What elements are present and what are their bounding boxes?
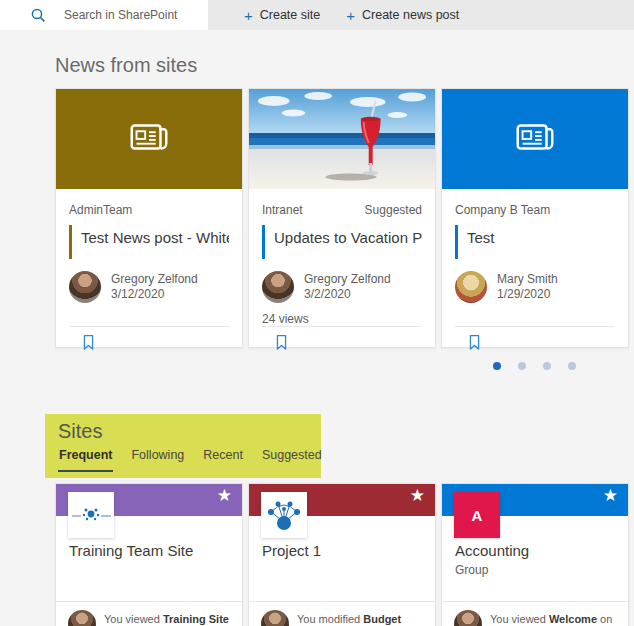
site-subtitle [262,563,422,577]
site-activity: You modified Budget 20161109 yesterday [249,601,435,626]
activity-item: Training Site [163,613,229,625]
site-logo [261,492,307,538]
news-carousel-pagination [493,362,576,370]
avatar [261,610,289,626]
site-card[interactable]: ★ A Accounting Group You viewed Welcome … [441,483,629,626]
post-date: 1/29/2020 [497,287,550,301]
bookmark-icon [468,334,481,354]
plus-icon: + [244,8,253,23]
site-card[interactable]: ★ Training Team Site You vie [55,483,243,626]
news-card[interactable]: Company B Team Test Mary Smith 1/29/2020 [441,88,629,348]
pagination-dot[interactable] [518,362,526,370]
avatar [455,271,487,303]
news-site-name[interactable]: Intranet [262,203,303,217]
save-for-later-button[interactable] [468,334,481,354]
newspaper-icon [126,114,172,164]
topbar-actions: + Create site + Create news post [208,0,634,30]
news-card[interactable]: Intranet Suggested Updates to Vacation P… [248,88,436,348]
post-date: 3/12/2020 [111,287,164,301]
author-name: Gregory Zelfond [111,272,198,286]
tab-suggested[interactable]: Suggested [261,448,323,470]
pagination-dot[interactable] [543,362,551,370]
news-card-thumbnail [249,89,435,189]
create-news-post-button[interactable]: + Create news post [346,8,459,23]
site-title-link[interactable]: Accounting [455,542,615,559]
site-title-link[interactable]: Project 1 [262,542,422,559]
news-title-link[interactable]: Updates to Vacation Policy [265,225,422,248]
news-badge: Suggested [365,203,422,217]
site-activity: You viewed Welcome on 3/16/2020 [442,601,628,626]
pagination-dot[interactable] [493,362,501,370]
site-card-list: ★ Training Team Site You vie [55,483,629,626]
save-for-later-button[interactable] [82,334,95,354]
pagination-dot[interactable] [568,362,576,370]
news-section-heading: News from sites [55,54,197,77]
news-card-thumbnail [442,89,628,189]
molecule-logo-graphic [68,492,114,538]
newspaper-icon [512,114,558,164]
author-name: Mary Smith [497,272,558,286]
site-subtitle: Group [455,563,615,577]
bookmark-icon [82,334,95,354]
post-date: 3/2/2020 [304,287,351,301]
author-name: Gregory Zelfond [304,272,391,286]
activity-item: Welcome [549,613,597,625]
site-activity: You viewed Training Site 1 hour ago [56,601,242,626]
create-site-button[interactable]: + Create site [244,8,320,23]
news-title-link[interactable]: Test [458,225,495,248]
avatar [68,610,96,626]
top-bar: Search in SharePoint + Create site + Cre… [0,0,634,30]
search-input[interactable]: Search in SharePoint [0,0,208,30]
plus-icon: + [346,8,355,23]
news-card-thumbnail [56,89,242,189]
site-logo-letter: A [472,507,483,524]
avatar [262,271,294,303]
save-for-later-button[interactable] [275,334,288,354]
avatar [454,610,482,626]
sites-section-heading: Sites [58,419,321,443]
news-card[interactable]: AdminTeam Test News post - White Gregory… [55,88,243,348]
news-card-list: AdminTeam Test News post - White Gregory… [55,88,629,348]
search-placeholder: Search in SharePoint [64,8,177,22]
network-logo-graphic [261,492,307,538]
view-count [455,312,615,326]
site-card[interactable]: ★ Project 1 You modified Budget 2016110 [248,483,436,626]
search-icon [30,7,46,23]
tab-frequent[interactable]: Frequent [58,448,113,472]
view-count [69,312,229,326]
tab-following[interactable]: Following [130,448,185,470]
news-site-name[interactable]: AdminTeam [69,203,132,217]
site-logo: A [454,492,500,538]
star-icon[interactable]: ★ [603,487,618,504]
news-site-name[interactable]: Company B Team [455,203,550,217]
view-count: 24 views [262,312,422,326]
avatar [69,271,101,303]
bookmark-icon [275,334,288,354]
beach-photo [249,89,435,189]
sites-tabs: Frequent Following Recent Suggested [58,448,321,472]
site-subtitle [69,563,229,577]
site-logo [68,492,114,538]
sites-section-highlight: Sites Frequent Following Recent Suggeste… [45,414,321,478]
site-title-link[interactable]: Training Team Site [69,542,229,559]
star-icon[interactable]: ★ [217,487,232,504]
tab-recent[interactable]: Recent [202,448,244,470]
star-icon[interactable]: ★ [410,487,425,504]
news-title-link[interactable]: Test News post - White [72,225,229,248]
